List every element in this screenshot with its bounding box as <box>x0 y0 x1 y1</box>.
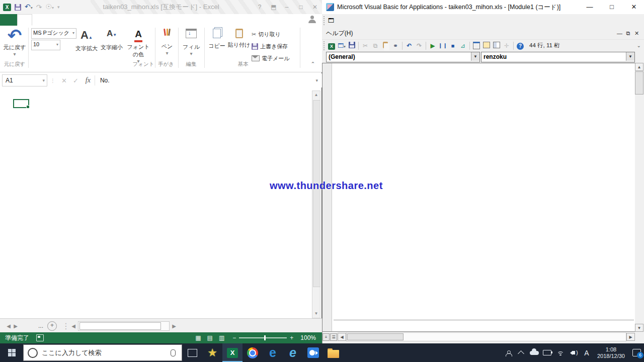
zoom-level[interactable]: 100% <box>300 334 316 341</box>
vba-vertical-scrollbar[interactable]: ▲ ▼ <box>635 63 643 332</box>
page-break-view-icon[interactable]: ▥ <box>219 334 224 341</box>
microphone-icon[interactable] <box>171 349 176 356</box>
font-size-combo[interactable]: 10▾ <box>31 40 60 50</box>
save-icon[interactable] <box>15 4 21 11</box>
mdi-close-icon[interactable]: ✕ <box>632 30 641 37</box>
cut-button[interactable]: ✂切り取り <box>252 29 297 40</box>
module-icon[interactable]: 🗔 <box>327 17 336 24</box>
spreadsheet-grid[interactable] <box>0 90 311 318</box>
undo-icon[interactable]: ↶ <box>405 42 414 50</box>
taskbar-app-star[interactable]: ★ <box>202 343 222 362</box>
macro-record-icon[interactable] <box>36 334 44 341</box>
sheet-nav-right-icon[interactable]: ▶ <box>12 323 19 329</box>
scrollbar-thumb[interactable] <box>635 71 643 95</box>
menu-help[interactable]: ヘルプ(H) <box>322 29 357 38</box>
view-excel-icon[interactable]: X <box>327 42 336 50</box>
help-icon[interactable]: ? <box>516 42 525 50</box>
insert-object-icon[interactable]: 🗔▾ <box>337 42 346 50</box>
vba-maximize-button[interactable]: □ <box>602 0 622 14</box>
run-macro-icon[interactable]: ▶ <box>428 42 437 50</box>
mdi-minimize-icon[interactable]: ― <box>615 30 624 36</box>
zoom-slider[interactable] <box>239 337 287 338</box>
scroll-down-icon[interactable]: ▼ <box>312 310 320 318</box>
add-sheet-button[interactable]: + <box>47 321 57 331</box>
wifi-icon[interactable] <box>554 350 567 355</box>
page-layout-view-icon[interactable]: ▤ <box>207 334 213 341</box>
hscroll-right-icon[interactable]: ▶ <box>171 323 178 329</box>
procedure-view-icon[interactable]: ≡ <box>323 333 330 341</box>
scroll-right-icon[interactable]: ▶ <box>626 333 635 341</box>
procedure-combo[interactable]: renzoku▼ <box>481 52 635 62</box>
mdi-restore-icon[interactable]: ⧉ <box>624 30 632 37</box>
hscrollbar-thumb[interactable] <box>347 333 404 340</box>
email-button[interactable]: 電子メール <box>252 53 297 64</box>
excel-close-button[interactable]: ✕ <box>308 0 322 14</box>
ime-mode-indicator[interactable]: A <box>580 349 593 357</box>
people-icon[interactable] <box>502 350 515 355</box>
excel-app-icon[interactable]: X <box>3 4 11 11</box>
battery-icon[interactable] <box>541 350 554 355</box>
ribbon-tab[interactable] <box>60 14 74 26</box>
ribbon-tab[interactable] <box>117 14 131 26</box>
object-combo[interactable]: (General)▼ <box>326 52 480 62</box>
excel-minimize-button[interactable]: – <box>280 0 294 14</box>
overwrite-save-button[interactable]: 上書き保存 <box>252 41 297 52</box>
ribbon-tab[interactable] <box>131 14 145 26</box>
ribbon-tab[interactable] <box>46 14 60 26</box>
find-icon[interactable]: ⚭ <box>391 42 400 50</box>
volume-icon[interactable] <box>567 351 580 354</box>
ribbon-tab[interactable] <box>32 14 46 26</box>
taskbar-app-edge[interactable]: e <box>263 343 283 362</box>
undo-button[interactable]: ↶ 元に戻す ▾ <box>3 27 26 57</box>
horizontal-scrollbar[interactable] <box>78 321 170 331</box>
excel-ribbon-options-button[interactable]: ⬒ <box>267 0 281 14</box>
fill-handle[interactable] <box>26 105 30 109</box>
hscroll-left-icon[interactable]: ◀ <box>70 323 77 329</box>
zoom-slider-thumb[interactable] <box>264 335 266 340</box>
task-view-button[interactable] <box>182 343 202 362</box>
hscrollbar-thumb[interactable] <box>79 322 161 330</box>
formula-bar-input[interactable]: No. <box>100 77 313 84</box>
scroll-left-icon[interactable]: ◀ <box>338 333 346 341</box>
shrink-font-button[interactable]: A▼ 文字縮小 <box>100 29 124 51</box>
action-center-button[interactable]: 6 <box>629 349 644 356</box>
full-module-view-icon[interactable]: ☰ <box>330 333 337 341</box>
paste-icon[interactable] <box>381 42 390 50</box>
font-color-button[interactable]: A フォントの色 ▾ <box>125 29 152 64</box>
fill-button[interactable]: フィル ▾ <box>180 29 202 56</box>
ribbon-tab[interactable] <box>89 14 103 26</box>
zoom-in-icon[interactable]: + <box>290 334 293 341</box>
horizontal-scrollbar[interactable] <box>346 332 626 341</box>
save-icon[interactable] <box>347 42 356 50</box>
onedrive-icon[interactable] <box>528 351 541 355</box>
taskbar-app-ie[interactable]: e <box>283 343 303 362</box>
font-name-combo[interactable]: MS Pゴシック▾ <box>31 28 76 39</box>
project-explorer-icon[interactable] <box>472 42 481 50</box>
formula-bar-expand-icon[interactable]: ▾ <box>315 78 318 83</box>
grow-font-button[interactable]: A▲ 文字拡大 <box>74 29 99 52</box>
taskbar-app-video[interactable] <box>303 343 323 362</box>
paste-button[interactable]: 貼り付け <box>227 29 251 49</box>
ribbon-tab[interactable] <box>74 14 89 26</box>
qat-customize-icon[interactable]: ▾ <box>57 2 60 13</box>
ribbon-tab[interactable] <box>103 14 117 26</box>
toolbar-overflow-icon[interactable]: ⌄ <box>637 43 641 48</box>
reset-icon[interactable]: ■ <box>448 42 457 50</box>
show-hidden-icons[interactable] <box>515 350 528 356</box>
ribbon-tab[interactable] <box>0 14 17 26</box>
start-button[interactable] <box>0 343 23 362</box>
break-icon[interactable]: ❙❙ <box>438 42 447 50</box>
scroll-down-icon[interactable]: ▼ <box>635 324 643 332</box>
copy-button[interactable]: コピー <box>206 29 227 50</box>
taskbar-app-excel[interactable]: X <box>222 343 243 362</box>
zoom-out-icon[interactable]: − <box>232 334 236 341</box>
normal-view-icon[interactable]: ▦ <box>195 334 201 341</box>
dropdown-icon[interactable]: ▼ <box>471 52 479 61</box>
object-browser-icon[interactable] <box>492 42 501 50</box>
taskbar-search[interactable]: ここに入力して検索 <box>23 344 182 361</box>
undo-icon[interactable]: ↶▾ <box>25 1 33 14</box>
excel-help-button[interactable]: ? <box>253 0 267 14</box>
name-box[interactable]: A1▾ <box>2 74 47 86</box>
excel-vertical-scrollbar[interactable]: ▲ ▼ <box>312 90 320 318</box>
code-editor[interactable] <box>334 64 634 331</box>
